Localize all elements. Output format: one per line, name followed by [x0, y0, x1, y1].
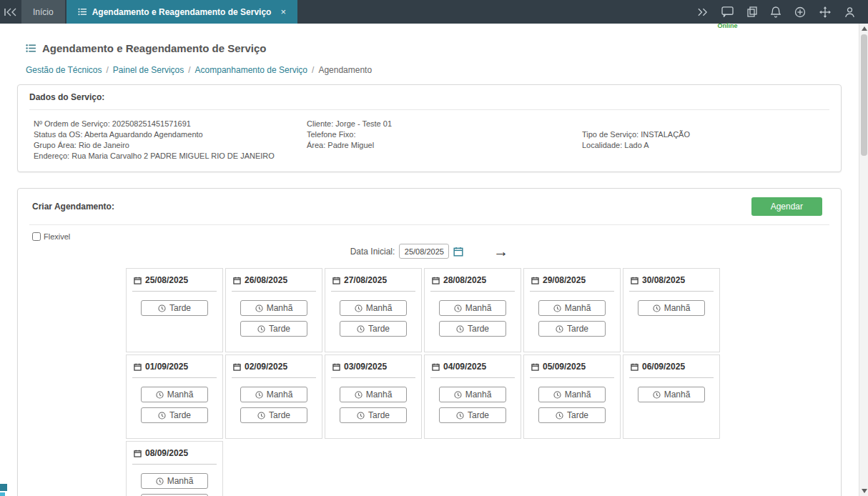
- fast-forward-icon[interactable]: [697, 8, 708, 16]
- day-slots: ManhãTarde: [524, 292, 620, 344]
- service-fields: Nº Ordem de Serviço: 202508251451571691S…: [18, 110, 841, 172]
- divider: [29, 224, 829, 225]
- slot-button-manha[interactable]: Manhã: [638, 387, 705, 402]
- day-slots: ManhãTarde: [127, 378, 222, 430]
- slot-label: Manhã: [167, 390, 194, 400]
- list-icon: [26, 44, 36, 53]
- day-card: 02/09/2025 ManhãTarde: [225, 354, 322, 439]
- day-card: 26/08/2025 ManhãTarde: [225, 268, 322, 352]
- flexible-checkbox[interactable]: [32, 232, 41, 241]
- scrollbar-down-arrow[interactable]: [862, 489, 867, 493]
- chat-icon: [721, 6, 734, 17]
- day-header: 27/08/2025: [331, 269, 415, 292]
- tab-agendamento[interactable]: Agendamento e Reagendamento de Serviço ×: [66, 0, 297, 24]
- day-card: 08/09/2025 ManhãTarde: [126, 441, 223, 496]
- day-card: 06/09/2025 Manhã: [623, 354, 720, 439]
- slot-label: Tarde: [169, 410, 191, 420]
- list-icon: [78, 8, 87, 16]
- slot-button-tarde[interactable]: Tarde: [538, 407, 606, 423]
- day-header: 01/09/2025: [132, 355, 217, 378]
- day-card: 27/08/2025 ManhãTarde: [325, 268, 422, 352]
- calendar-icon: [134, 450, 142, 457]
- day-slots: Tarde: [127, 292, 222, 323]
- scrollbar-thumb[interactable]: [861, 34, 867, 156]
- data-inicial-input[interactable]: [399, 244, 449, 259]
- chat-online-button[interactable]: Online: [721, 6, 734, 17]
- slot-label: Tarde: [567, 410, 588, 420]
- slot-button-tarde[interactable]: Tarde: [340, 407, 407, 423]
- breadcrumb-item[interactable]: Acompanhamento de Serviço: [195, 65, 307, 75]
- user-icon[interactable]: [844, 6, 855, 18]
- slot-label: Tarde: [269, 410, 290, 420]
- slot-button-tarde[interactable]: Tarde: [538, 321, 606, 337]
- flexible-label: Flexivel: [44, 232, 70, 241]
- day-header: 03/09/2025: [331, 355, 415, 378]
- slot-button-manha[interactable]: Manhã: [538, 387, 606, 402]
- day-date: 04/09/2025: [443, 362, 486, 372]
- service-field: Localidade: Lado A: [582, 140, 829, 151]
- calendar-icon: [134, 363, 142, 371]
- day-date: 05/09/2025: [543, 362, 586, 372]
- date-picker-icon[interactable]: [453, 247, 463, 257]
- next-dates-arrow[interactable]: →: [493, 244, 508, 259]
- slot-label: Manhã: [167, 476, 194, 486]
- plus-circle-icon[interactable]: [794, 6, 806, 18]
- day-slots: ManhãTarde: [226, 292, 322, 344]
- collapse-sidebar-icon[interactable]: [0, 0, 21, 24]
- slot-button-manha[interactable]: Manhã: [141, 473, 208, 489]
- service-field-column: Tipo de Serviço: INSTALAÇÃOLocalidade: L…: [582, 119, 829, 162]
- day-date: 30/08/2025: [642, 275, 685, 285]
- slot-button-tarde[interactable]: Tarde: [439, 407, 506, 423]
- slot-button-manha[interactable]: Manhã: [340, 387, 407, 402]
- calendar-icon: [631, 277, 638, 284]
- vertical-scrollbar[interactable]: [859, 24, 868, 496]
- service-field: Grupo Área: Rio de Janeiro: [34, 140, 307, 151]
- slot-button-manha[interactable]: Manhã: [240, 387, 307, 402]
- breadcrumb: Gestão de Técnicos/Painel de Serviços/Ac…: [26, 65, 859, 75]
- slot-button-manha[interactable]: Manhã: [538, 300, 606, 316]
- slot-label: Tarde: [368, 410, 390, 420]
- bell-icon[interactable]: [771, 6, 781, 18]
- service-field-column: Nº Ordem de Serviço: 202508251451571691S…: [34, 119, 307, 162]
- scrollbar-up-arrow[interactable]: [862, 26, 867, 31]
- breadcrumb-separator: /: [107, 65, 109, 75]
- slot-label: Tarde: [169, 303, 191, 313]
- copy-icon[interactable]: [747, 6, 757, 17]
- slot-button-manha[interactable]: Manhã: [141, 387, 208, 402]
- slot-label: Tarde: [269, 324, 290, 334]
- service-field: Tipo de Serviço: INSTALAÇÃO: [582, 129, 829, 140]
- day-header: 25/08/2025: [132, 269, 217, 292]
- breadcrumb-item[interactable]: Gestão de Técnicos: [26, 65, 102, 75]
- slot-button-tarde[interactable]: Tarde: [141, 407, 208, 423]
- slot-label: Manhã: [267, 390, 293, 400]
- tab-inicio[interactable]: Início: [21, 0, 65, 24]
- day-date: 26/08/2025: [245, 275, 287, 285]
- slot-label: Manhã: [465, 390, 492, 400]
- breadcrumb-item[interactable]: Painel de Serviços: [113, 65, 184, 75]
- slot-label: Tarde: [468, 324, 489, 334]
- day-slots: ManhãTarde: [425, 292, 521, 344]
- slot-button-manha[interactable]: Manhã: [638, 300, 705, 316]
- slot-button-manha[interactable]: Manhã: [439, 387, 506, 402]
- slot-label: Manhã: [664, 390, 691, 400]
- slot-button-manha[interactable]: Manhã: [240, 300, 307, 316]
- tab-close-icon[interactable]: ×: [280, 6, 286, 17]
- slot-button-tarde[interactable]: Tarde: [340, 321, 407, 337]
- slot-button-tarde[interactable]: Tarde: [141, 300, 208, 316]
- calendar-icon: [134, 277, 142, 284]
- day-date: 03/09/2025: [344, 362, 387, 372]
- slot-button-tarde[interactable]: Tarde: [240, 321, 307, 337]
- service-card-header: Dados do Serviço:: [18, 85, 841, 109]
- slot-button-manha[interactable]: Manhã: [340, 300, 407, 316]
- slot-button-tarde[interactable]: Tarde: [439, 321, 506, 337]
- agendar-button[interactable]: Agendar: [751, 197, 822, 216]
- day-slots: Manhã: [623, 378, 719, 410]
- slot-button-manha[interactable]: Manhã: [439, 300, 506, 316]
- slot-button-tarde[interactable]: Tarde: [240, 407, 307, 423]
- tab-inicio-label: Início: [33, 7, 54, 17]
- breadcrumb-item: Agendamento: [318, 65, 372, 75]
- day-header: 26/08/2025: [232, 269, 316, 292]
- service-field: Cliente: Jorge - Teste 01: [307, 119, 582, 129]
- move-arrows-icon[interactable]: [819, 6, 831, 18]
- day-card: 25/08/2025 Tarde: [126, 268, 223, 352]
